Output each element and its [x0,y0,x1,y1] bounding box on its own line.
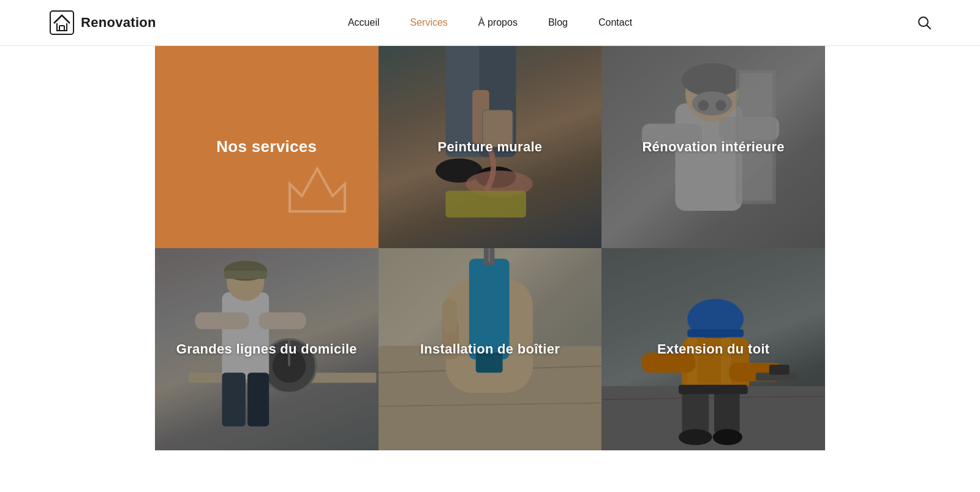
search-button[interactable] [918,16,931,29]
interior-overlay: Rénovation intérieure [601,46,825,248]
svg-rect-1 [59,26,64,31]
grid-cell-peinture-murale[interactable]: Peinture murale [379,46,602,248]
extension-toit-label: Extension du toit [645,341,782,358]
installation-boitier-label: Installation de boîtier [408,341,572,358]
svg-line-3 [927,26,931,29]
nos-services-label: Nos services [204,137,329,157]
boitier-overlay: Installation de boîtier [379,248,602,450]
toit-overlay: Extension du toit [601,248,825,450]
grandes-lignes-label: Grandes lignes du domicile [164,341,369,358]
grid-cell-renovation-interieure[interactable]: Rénovation intérieure [601,46,825,248]
logo[interactable]: Renovation [49,10,156,36]
grid-cell-nos-services[interactable]: Nos services [155,46,379,248]
grid-cell-extension-toit[interactable]: Extension du toit [601,248,825,450]
grid-cell-grandes-lignes[interactable]: Grandes lignes du domicile [155,248,379,450]
grandes-lignes-overlay: Grandes lignes du domicile [155,248,379,450]
search-icon [918,16,931,29]
services-grid: Nos services Peinture murale [155,46,825,450]
nav-services[interactable]: Services [410,17,448,28]
peinture-murale-label: Peinture murale [426,138,555,156]
nav-a-propos[interactable]: À propos [478,17,518,28]
logo-icon [49,10,75,36]
nav-blog[interactable]: Blog [548,17,568,28]
painting-overlay: Peinture murale [379,46,602,248]
logo-text: Renovation [81,15,156,31]
header: Renovation Accueil Services À propos Blo… [0,0,980,46]
nav-contact[interactable]: Contact [598,17,632,28]
grid-cell-installation-boitier[interactable]: Installation de boîtier [379,248,602,450]
nav-accueil[interactable]: Accueil [348,17,380,28]
deco-crown-icon [281,156,354,230]
renovation-interieure-label: Rénovation intérieure [630,138,796,156]
main-nav: Accueil Services À propos Blog Contact [348,17,632,28]
svg-point-2 [919,17,928,26]
